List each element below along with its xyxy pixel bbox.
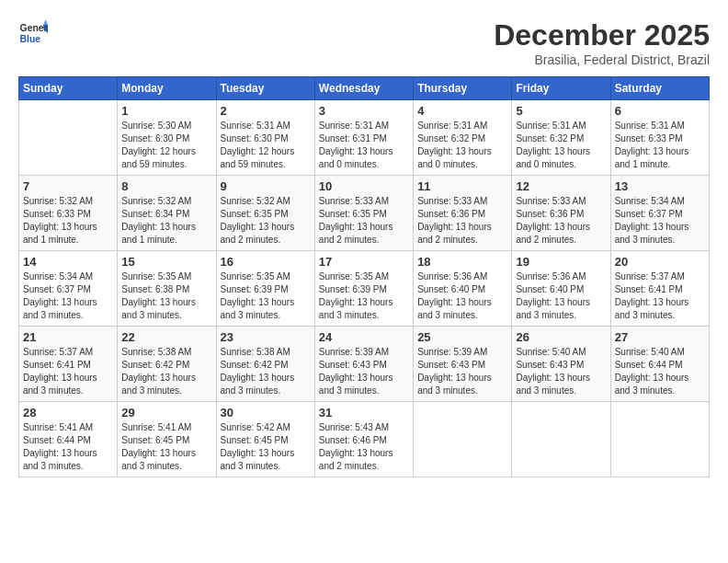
day-cell: 18Sunrise: 5:36 AM Sunset: 6:40 PM Dayli… bbox=[414, 251, 512, 327]
day-cell bbox=[512, 402, 610, 477]
header-cell-wednesday: Wednesday bbox=[314, 77, 413, 100]
day-cell: 23Sunrise: 5:38 AM Sunset: 6:42 PM Dayli… bbox=[216, 327, 314, 402]
week-row-0: 1Sunrise: 5:30 AM Sunset: 6:30 PM Daylig… bbox=[19, 100, 710, 176]
day-info: Sunrise: 5:34 AM Sunset: 6:37 PM Dayligh… bbox=[615, 195, 705, 247]
day-number: 21 bbox=[23, 330, 113, 344]
day-number: 22 bbox=[121, 330, 211, 344]
day-number: 11 bbox=[417, 179, 507, 193]
day-cell: 26Sunrise: 5:40 AM Sunset: 6:43 PM Dayli… bbox=[512, 327, 610, 402]
svg-text:Blue: Blue bbox=[20, 34, 41, 44]
day-cell: 11Sunrise: 5:33 AM Sunset: 6:36 PM Dayli… bbox=[414, 176, 512, 251]
day-cell: 14Sunrise: 5:34 AM Sunset: 6:37 PM Dayli… bbox=[19, 251, 118, 327]
day-info: Sunrise: 5:30 AM Sunset: 6:30 PM Dayligh… bbox=[121, 120, 211, 171]
header-cell-thursday: Thursday bbox=[414, 77, 512, 100]
day-info: Sunrise: 5:35 AM Sunset: 6:39 PM Dayligh… bbox=[319, 270, 409, 322]
day-info: Sunrise: 5:41 AM Sunset: 6:44 PM Dayligh… bbox=[23, 421, 113, 473]
day-number: 7 bbox=[23, 179, 113, 193]
day-number: 24 bbox=[319, 330, 409, 344]
day-info: Sunrise: 5:32 AM Sunset: 6:34 PM Dayligh… bbox=[121, 195, 211, 247]
calendar-subtitle: Brasilia, Federal District, Brazil bbox=[494, 52, 710, 67]
day-cell: 22Sunrise: 5:38 AM Sunset: 6:42 PM Dayli… bbox=[118, 327, 216, 402]
day-number: 18 bbox=[417, 255, 507, 269]
day-cell: 16Sunrise: 5:35 AM Sunset: 6:39 PM Dayli… bbox=[216, 251, 314, 327]
day-cell: 21Sunrise: 5:37 AM Sunset: 6:41 PM Dayli… bbox=[19, 327, 118, 402]
day-number: 19 bbox=[516, 255, 606, 269]
day-info: Sunrise: 5:35 AM Sunset: 6:39 PM Dayligh… bbox=[221, 270, 311, 322]
calendar-title: December 2025 bbox=[494, 18, 710, 52]
day-info: Sunrise: 5:32 AM Sunset: 6:35 PM Dayligh… bbox=[221, 195, 311, 247]
day-number: 3 bbox=[319, 104, 409, 118]
day-info: Sunrise: 5:33 AM Sunset: 6:36 PM Dayligh… bbox=[417, 195, 507, 247]
day-cell: 20Sunrise: 5:37 AM Sunset: 6:41 PM Dayli… bbox=[610, 251, 709, 327]
logo: General Blue bbox=[18, 18, 48, 48]
day-info: Sunrise: 5:40 AM Sunset: 6:43 PM Dayligh… bbox=[516, 346, 606, 397]
day-number: 25 bbox=[417, 330, 507, 344]
day-cell: 5Sunrise: 5:31 AM Sunset: 6:32 PM Daylig… bbox=[512, 100, 610, 176]
day-cell: 13Sunrise: 5:34 AM Sunset: 6:37 PM Dayli… bbox=[610, 176, 709, 251]
day-info: Sunrise: 5:33 AM Sunset: 6:35 PM Dayligh… bbox=[319, 195, 409, 247]
day-info: Sunrise: 5:40 AM Sunset: 6:44 PM Dayligh… bbox=[615, 346, 705, 397]
day-info: Sunrise: 5:37 AM Sunset: 6:41 PM Dayligh… bbox=[23, 346, 113, 397]
header-cell-sunday: Sunday bbox=[19, 77, 118, 100]
day-number: 27 bbox=[615, 330, 705, 344]
title-area: December 2025 Brasilia, Federal District… bbox=[494, 18, 710, 67]
logo-icon: General Blue bbox=[18, 18, 48, 48]
day-info: Sunrise: 5:38 AM Sunset: 6:42 PM Dayligh… bbox=[221, 346, 311, 397]
day-cell: 31Sunrise: 5:43 AM Sunset: 6:46 PM Dayli… bbox=[314, 402, 413, 477]
week-row-3: 21Sunrise: 5:37 AM Sunset: 6:41 PM Dayli… bbox=[19, 327, 710, 402]
day-number: 31 bbox=[319, 406, 409, 419]
day-number: 12 bbox=[516, 179, 606, 193]
day-cell: 6Sunrise: 5:31 AM Sunset: 6:33 PM Daylig… bbox=[610, 100, 709, 176]
day-info: Sunrise: 5:39 AM Sunset: 6:43 PM Dayligh… bbox=[417, 346, 507, 397]
day-number: 2 bbox=[221, 104, 311, 118]
day-cell bbox=[610, 402, 709, 477]
day-info: Sunrise: 5:34 AM Sunset: 6:37 PM Dayligh… bbox=[23, 270, 113, 322]
day-cell: 8Sunrise: 5:32 AM Sunset: 6:34 PM Daylig… bbox=[118, 176, 216, 251]
day-info: Sunrise: 5:31 AM Sunset: 6:30 PM Dayligh… bbox=[221, 120, 311, 171]
day-cell: 10Sunrise: 5:33 AM Sunset: 6:35 PM Dayli… bbox=[314, 176, 413, 251]
day-info: Sunrise: 5:33 AM Sunset: 6:36 PM Dayligh… bbox=[516, 195, 606, 247]
header-row: SundayMondayTuesdayWednesdayThursdayFrid… bbox=[19, 77, 710, 100]
day-number: 17 bbox=[319, 255, 409, 269]
day-cell: 28Sunrise: 5:41 AM Sunset: 6:44 PM Dayli… bbox=[19, 402, 118, 477]
day-number: 28 bbox=[23, 406, 113, 419]
day-number: 6 bbox=[615, 104, 705, 118]
week-row-2: 14Sunrise: 5:34 AM Sunset: 6:37 PM Dayli… bbox=[19, 251, 710, 327]
day-cell: 24Sunrise: 5:39 AM Sunset: 6:43 PM Dayli… bbox=[314, 327, 413, 402]
day-info: Sunrise: 5:35 AM Sunset: 6:38 PM Dayligh… bbox=[121, 270, 211, 322]
header-cell-saturday: Saturday bbox=[610, 77, 709, 100]
day-info: Sunrise: 5:41 AM Sunset: 6:45 PM Dayligh… bbox=[121, 421, 211, 473]
day-cell: 30Sunrise: 5:42 AM Sunset: 6:45 PM Dayli… bbox=[216, 402, 314, 477]
header-cell-monday: Monday bbox=[118, 77, 216, 100]
day-info: Sunrise: 5:36 AM Sunset: 6:40 PM Dayligh… bbox=[417, 270, 507, 322]
day-info: Sunrise: 5:31 AM Sunset: 6:32 PM Dayligh… bbox=[516, 120, 606, 171]
day-number: 26 bbox=[516, 330, 606, 344]
day-number: 13 bbox=[615, 179, 705, 193]
day-number: 23 bbox=[221, 330, 311, 344]
day-number: 30 bbox=[221, 406, 311, 419]
day-cell: 29Sunrise: 5:41 AM Sunset: 6:45 PM Dayli… bbox=[118, 402, 216, 477]
day-number: 15 bbox=[121, 255, 211, 269]
day-cell bbox=[414, 402, 512, 477]
header-cell-tuesday: Tuesday bbox=[216, 77, 314, 100]
day-info: Sunrise: 5:37 AM Sunset: 6:41 PM Dayligh… bbox=[615, 270, 705, 322]
day-number: 29 bbox=[121, 406, 211, 419]
day-cell: 25Sunrise: 5:39 AM Sunset: 6:43 PM Dayli… bbox=[414, 327, 512, 402]
day-cell: 27Sunrise: 5:40 AM Sunset: 6:44 PM Dayli… bbox=[610, 327, 709, 402]
header: General Blue December 2025 Brasilia, Fed… bbox=[18, 18, 710, 67]
day-cell: 7Sunrise: 5:32 AM Sunset: 6:33 PM Daylig… bbox=[19, 176, 118, 251]
header-cell-friday: Friday bbox=[512, 77, 610, 100]
week-row-4: 28Sunrise: 5:41 AM Sunset: 6:44 PM Dayli… bbox=[19, 402, 710, 477]
day-number: 1 bbox=[121, 104, 211, 118]
day-info: Sunrise: 5:42 AM Sunset: 6:45 PM Dayligh… bbox=[221, 421, 311, 473]
day-info: Sunrise: 5:32 AM Sunset: 6:33 PM Dayligh… bbox=[23, 195, 113, 247]
day-info: Sunrise: 5:38 AM Sunset: 6:42 PM Dayligh… bbox=[121, 346, 211, 397]
day-number: 14 bbox=[23, 255, 113, 269]
day-cell: 12Sunrise: 5:33 AM Sunset: 6:36 PM Dayli… bbox=[512, 176, 610, 251]
week-row-1: 7Sunrise: 5:32 AM Sunset: 6:33 PM Daylig… bbox=[19, 176, 710, 251]
day-number: 8 bbox=[121, 179, 211, 193]
day-cell: 9Sunrise: 5:32 AM Sunset: 6:35 PM Daylig… bbox=[216, 176, 314, 251]
day-number: 16 bbox=[221, 255, 311, 269]
day-number: 5 bbox=[516, 104, 606, 118]
calendar-header: SundayMondayTuesdayWednesdayThursdayFrid… bbox=[19, 77, 710, 100]
